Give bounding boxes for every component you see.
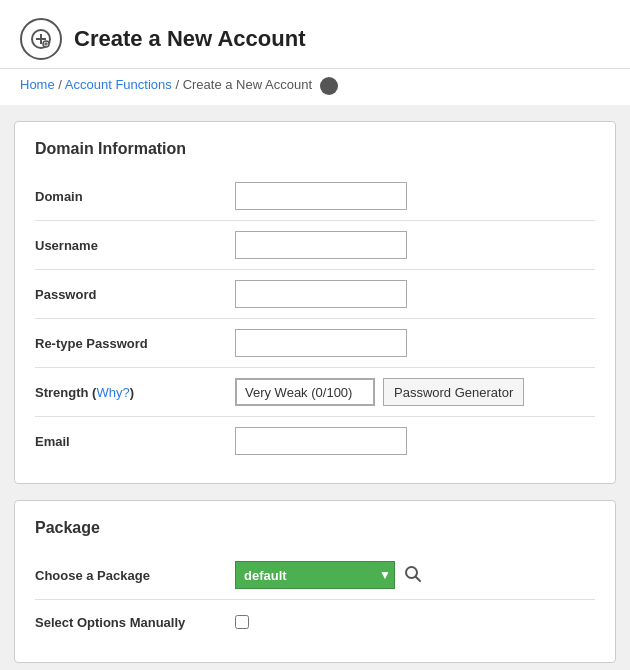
breadcrumb: Home / Account Functions / Create a New … (0, 69, 630, 105)
page-title: Create a New Account (74, 26, 305, 52)
domain-input[interactable] (235, 182, 407, 210)
username-row: Username (35, 221, 595, 270)
package-card: Package Choose a Package default other ▼ (14, 500, 616, 663)
choose-package-row: Choose a Package default other ▼ (35, 551, 595, 600)
svg-line-7 (416, 576, 421, 581)
breadcrumb-current: Create a New Account (183, 77, 312, 92)
strength-value: Very Weak (0/100) (235, 378, 375, 406)
create-account-icon (20, 18, 62, 60)
email-input[interactable] (235, 427, 407, 455)
strength-label: Strength (Why?) (35, 385, 235, 400)
select-options-manually-row: Select Options Manually (35, 600, 595, 644)
domain-information-card: Domain Information Domain Username Passw… (14, 121, 616, 484)
email-label: Email (35, 434, 235, 449)
retype-password-row: Re-type Password (35, 319, 595, 368)
strength-row: Strength (Why?) Very Weak (0/100) Passwo… (35, 368, 595, 417)
domain-label: Domain (35, 189, 235, 204)
password-row: Password (35, 270, 595, 319)
choose-package-label: Choose a Package (35, 568, 235, 583)
retype-password-label: Re-type Password (35, 336, 235, 351)
package-select[interactable]: default other (235, 561, 395, 589)
page-header: Create a New Account (0, 0, 630, 69)
select-options-manually-checkbox[interactable] (235, 615, 249, 629)
password-input[interactable] (235, 280, 407, 308)
help-icon[interactable]: ? (320, 77, 338, 95)
username-input[interactable] (235, 231, 407, 259)
select-options-manually-label: Select Options Manually (35, 615, 235, 630)
retype-password-input[interactable] (235, 329, 407, 357)
domain-section-title: Domain Information (35, 140, 595, 158)
password-label: Password (35, 287, 235, 302)
breadcrumb-account-functions[interactable]: Account Functions (65, 77, 172, 92)
domain-row: Domain (35, 172, 595, 221)
search-icon (403, 564, 423, 584)
why-link[interactable]: Why? (96, 385, 129, 400)
email-row: Email (35, 417, 595, 465)
strength-controls: Very Weak (0/100) Password Generator (235, 378, 524, 406)
package-section-title: Package (35, 519, 595, 537)
main-content: Domain Information Domain Username Passw… (0, 105, 630, 670)
breadcrumb-home[interactable]: Home (20, 77, 55, 92)
package-search-button[interactable] (401, 562, 425, 589)
password-generator-button[interactable]: Password Generator (383, 378, 524, 406)
package-select-wrapper: default other ▼ (235, 561, 395, 589)
username-label: Username (35, 238, 235, 253)
